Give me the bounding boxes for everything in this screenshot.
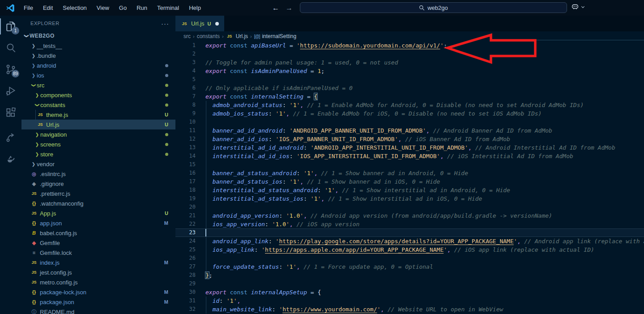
json-file-icon: {} (30, 289, 38, 295)
line-number: 25 (175, 245, 196, 254)
back-arrow-icon[interactable]: ← (272, 4, 279, 12)
code-line-7[interactable]: 7export const internalSetting = { (175, 92, 644, 101)
tree-item-__tests__[interactable]: ❯__tests__ (21, 41, 175, 51)
tab-url-js[interactable]: JS Url.js U (175, 16, 224, 31)
code-line-22[interactable]: 22 ios_app_version: '1.0', // iOS app ve… (175, 220, 644, 228)
tree-item-Gemfile.lock[interactable]: ≡Gemfile.lock (21, 248, 175, 258)
tree-item-metro.config.js[interactable]: JSmetro.config.js (21, 277, 175, 287)
code-line-19[interactable]: 19 interstitial_ad_status_ios: '1', // 1… (175, 194, 644, 203)
code-line-23[interactable]: 23 (175, 228, 644, 237)
breadcrumb-item-Url.js[interactable]: Url.js (236, 33, 248, 39)
copilot-menu[interactable] (571, 3, 585, 11)
code-line-8[interactable]: 8 admob_android_status: '1', // 1 = Enab… (175, 101, 644, 109)
code-line-1[interactable]: 1export const apiBaseUrl = 'https://subd… (175, 41, 644, 50)
code-line-11[interactable]: 11 banner_ad_id_android: 'ANDROID_APP_BA… (175, 126, 644, 135)
eslint-file-icon: ◎ (30, 171, 38, 177)
tree-item-Gemfile[interactable]: ◆Gemfile (21, 238, 175, 248)
tree-item-jest.config.js[interactable]: JSjest.config.js (21, 267, 175, 277)
breadcrumb-item-src[interactable]: src (183, 33, 191, 39)
breadcrumb-item-internalSetting[interactable]: internalSetting (262, 33, 296, 39)
extensions-button[interactable] (0, 102, 21, 123)
genie-extension-button[interactable] (0, 148, 21, 170)
tree-item-app.json[interactable]: {}app.jsonM (21, 218, 175, 228)
tree-item-.prettierrc.js[interactable]: JS.prettierrc.js (21, 189, 175, 198)
git-status-dot-icon (165, 153, 168, 156)
code-line-15[interactable]: 15 (175, 160, 644, 169)
code-line-31[interactable]: 31 id: '1', (175, 297, 644, 305)
search-button[interactable] (0, 37, 21, 59)
code-line-18[interactable]: 18 interstitial_ad_status_android: '1', … (175, 186, 644, 194)
code-line-4[interactable]: 4export const isAdminPanelUsed = 1; (175, 67, 644, 75)
code-line-29[interactable]: 29 (175, 280, 644, 288)
run-debug-button[interactable] (0, 80, 21, 102)
code-line-3[interactable]: 3// Toggle for admin panel usage: 1 = us… (175, 58, 644, 67)
tree-item-README.md[interactable]: ⓘREADME.md (21, 307, 175, 314)
tree-item-screens[interactable]: ❯screens (21, 139, 175, 149)
menu-file[interactable]: File (20, 3, 37, 13)
code-line-17[interactable]: 17 banner_ad_status_ios: '1', // 1 = Sho… (175, 177, 644, 186)
code-line-24[interactable]: 24 android_app_link: 'https://play.googl… (175, 237, 644, 245)
tree-item-package.json[interactable]: {}package.jsonM (21, 297, 175, 307)
menu-run[interactable]: Run (132, 3, 151, 13)
code-line-25[interactable]: 25 ios_app_link: 'https://apps.apple.com… (175, 245, 644, 254)
line-number: 7 (175, 92, 196, 101)
code-line-28[interactable]: 28}; (175, 271, 644, 280)
code-line-9[interactable]: 9 admob_ios_status: '1', // 1 = Enable A… (175, 109, 644, 118)
breadcrumb-item-constants[interactable]: constants (197, 33, 220, 39)
js-file-icon: JS (37, 122, 44, 127)
tree-item-.watchmanconfig[interactable]: {}.watchmanconfig (21, 198, 175, 208)
tree-item-.eslintrc.js[interactable]: ◎.eslintrc.js (21, 169, 175, 179)
tree-item-vendor[interactable]: ❯vendor (21, 159, 175, 169)
tree-item-constants[interactable]: ❯constants (21, 100, 175, 110)
tree-item-.gitignore[interactable]: ◈.gitignore (21, 179, 175, 189)
tree-item-theme.js[interactable]: JStheme.jsU (21, 110, 175, 120)
tree-item-store[interactable]: ❯store (21, 149, 175, 159)
tree-item-label: README.md (40, 309, 74, 314)
code-line-16[interactable]: 16 banner_ad_status_android: '1', // 1 =… (175, 169, 644, 177)
code-line-27[interactable]: 27 force_update_status: '1', // 1 = Forc… (175, 262, 644, 271)
code-line-12[interactable]: 12 banner_ad_id_ios: 'IOS_APP_BANNER_UNI… (175, 135, 644, 143)
code-line-20[interactable]: 20 (175, 203, 644, 211)
share-extension-button[interactable] (0, 127, 21, 148)
code-line-30[interactable]: 30export const internalAppSetup = { (175, 288, 644, 297)
source-control-button[interactable]: 89 (0, 59, 21, 80)
code-line-5[interactable]: 5 (175, 75, 644, 84)
tree-item-App.js[interactable]: JSApp.jsU (21, 208, 175, 218)
tree-item-babel.config.js[interactable]: Bbabel.config.js (21, 228, 175, 238)
git-status-dot-icon (165, 74, 168, 77)
tree-item-package-lock.json[interactable]: {}package-lock.jsonM (21, 287, 175, 297)
line-content: export const internalAppSetup = { (205, 288, 321, 297)
menu-terminal[interactable]: Terminal (153, 3, 183, 13)
code-line-13[interactable]: 13 interstitial_ad_id_android: 'ANDROID_… (175, 143, 644, 152)
code-editor[interactable]: 1export const apiBaseUrl = 'https://subd… (175, 41, 644, 314)
menu-help[interactable]: Help (185, 3, 205, 13)
tree-item-.bundle[interactable]: ❯.bundle (21, 51, 175, 60)
tree-item-navigation[interactable]: ❯navigation (21, 129, 175, 139)
tree-item-index.js[interactable]: JSindex.jsM (21, 258, 175, 267)
tree-item-components[interactable]: ❯components (21, 90, 175, 100)
search-value: web2go (427, 4, 448, 11)
code-line-14[interactable]: 14 interstitial_ad_id_ios: 'IOS_APP_INTE… (175, 152, 644, 160)
menu-view[interactable]: View (93, 3, 113, 13)
code-line-2[interactable]: 2 (175, 50, 644, 58)
code-line-6[interactable]: 6// Only applicable if isAdminPanelUsed … (175, 84, 644, 92)
code-line-32[interactable]: 32 main_website_link: 'https://www.yourd… (175, 305, 644, 314)
code-line-21[interactable]: 21 android_app_version: '1.0', // Androi… (175, 211, 644, 220)
menu-edit[interactable]: Edit (39, 3, 57, 13)
explorer-button[interactable]: 1 (0, 16, 21, 37)
js-file-icon: JS (30, 260, 38, 265)
tree-item-src[interactable]: ❯src (21, 80, 175, 90)
tree-item-WEB2GO[interactable]: ❯WEB2GO (21, 31, 175, 41)
tree-item-Url.js[interactable]: JSUrl.jsU (21, 120, 175, 129)
forward-arrow-icon[interactable]: → (286, 4, 293, 12)
dirty-dot-icon[interactable] (215, 22, 219, 26)
code-line-10[interactable]: 10 (175, 118, 644, 126)
tree-item-ios[interactable]: ❯ios (21, 70, 175, 80)
code-line-26[interactable]: 26 (175, 254, 644, 262)
tree-item-android[interactable]: ❯android (21, 60, 175, 70)
menu-selection[interactable]: Selection (59, 3, 90, 13)
git-status-dot-icon (165, 133, 168, 136)
command-center-search[interactable]: web2go (300, 2, 567, 13)
more-actions-icon[interactable]: ··· (161, 20, 169, 27)
menu-go[interactable]: Go (115, 3, 131, 13)
